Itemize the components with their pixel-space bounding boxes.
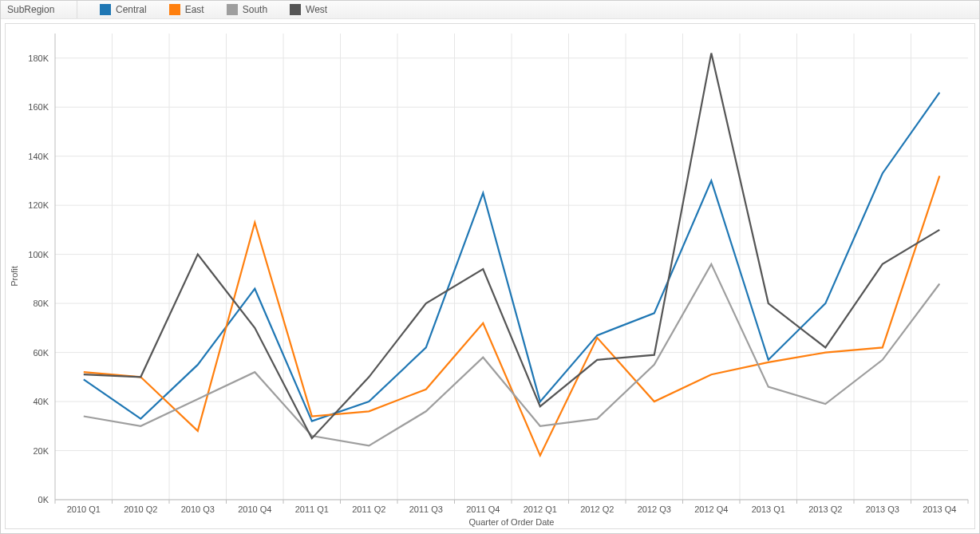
legend-swatch-south bbox=[227, 4, 238, 15]
y-tick-label: 60K bbox=[33, 348, 49, 358]
x-tick-label: 2011 Q2 bbox=[352, 504, 385, 514]
legend-bar: SubRegion Central East South West bbox=[1, 1, 979, 19]
legend-label-west: West bbox=[306, 4, 327, 15]
legend-swatch-west bbox=[290, 4, 301, 15]
y-tick-label: 20K bbox=[33, 446, 49, 456]
y-axis-title: Profit bbox=[10, 266, 19, 287]
x-tick-label: 2011 Q1 bbox=[295, 504, 329, 514]
x-tick-label: 2011 Q4 bbox=[466, 504, 500, 514]
x-tick-label: 2010 Q2 bbox=[124, 504, 157, 514]
y-tick-label: 0K bbox=[38, 495, 49, 504]
x-tick-label: 2013 Q1 bbox=[752, 504, 785, 514]
x-tick-label: 2013 Q4 bbox=[923, 504, 956, 514]
y-tick-label: 80K bbox=[33, 299, 49, 308]
x-axis-title: Quarter of Order Date bbox=[469, 517, 555, 527]
y-tick-label: 180K bbox=[28, 53, 49, 63]
chart-area: Profit 0K20K40K60K80K100K120K140K160K180… bbox=[5, 23, 975, 529]
x-tick-label: 2012 Q2 bbox=[580, 504, 614, 514]
x-tick-label: 2013 Q3 bbox=[866, 504, 899, 514]
line-chart: 0K20K40K60K80K100K120K140K160K180K2010 Q… bbox=[6, 24, 976, 530]
y-tick-label: 120K bbox=[28, 200, 49, 210]
legend-title: SubRegion bbox=[7, 4, 54, 15]
chart-frame: SubRegion Central East South West Profit… bbox=[0, 0, 980, 534]
x-tick-label: 2012 Q1 bbox=[524, 504, 557, 514]
x-tick-label: 2012 Q4 bbox=[694, 504, 728, 514]
y-tick-label: 140K bbox=[28, 152, 49, 161]
x-tick-label: 2010 Q3 bbox=[181, 504, 215, 514]
legend-label-south: South bbox=[243, 4, 267, 15]
legend-title-cell: SubRegion bbox=[1, 1, 77, 18]
legend-label-central: Central bbox=[116, 4, 147, 15]
y-tick-label: 100K bbox=[28, 250, 49, 259]
legend-swatch-central bbox=[100, 4, 111, 15]
legend-item-east[interactable]: East bbox=[169, 4, 204, 15]
legend-item-central[interactable]: Central bbox=[100, 4, 147, 15]
x-tick-label: 2012 Q3 bbox=[638, 504, 671, 514]
x-tick-label: 2011 Q3 bbox=[409, 504, 443, 514]
y-tick-label: 160K bbox=[28, 102, 49, 112]
legend-item-south[interactable]: South bbox=[227, 4, 267, 15]
y-tick-label: 40K bbox=[33, 397, 49, 406]
legend-item-west[interactable]: West bbox=[290, 4, 327, 15]
legend-swatch-east bbox=[169, 4, 180, 15]
x-tick-label: 2010 Q4 bbox=[238, 504, 271, 514]
legend-label-east: East bbox=[185, 4, 204, 15]
x-tick-label: 2010 Q1 bbox=[67, 504, 101, 514]
x-tick-label: 2013 Q2 bbox=[808, 504, 842, 514]
